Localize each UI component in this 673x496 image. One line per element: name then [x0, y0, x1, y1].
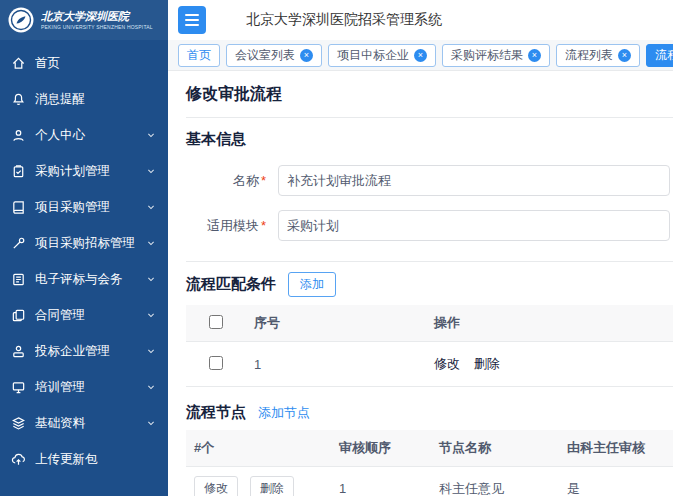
name-label: 名称* [186, 172, 266, 190]
column-header-dept-head: 由科主任审核 [559, 430, 673, 467]
add-node-link[interactable]: 添加节点 [258, 404, 310, 422]
open-tabs-bar: 首页 会议室列表 × 项目中标企业 × 采购评标结果 × 流程列表 × 流程 × [168, 40, 673, 71]
sidebar-nav: 首页 消息提醒 个人中心 采购计划管理 项目采购管理 [0, 40, 168, 477]
table-header-row: #个 审核顺序 节点名称 由科主任审核 [186, 430, 673, 467]
edit-button[interactable]: 修改 [194, 476, 238, 496]
menu-toggle-button[interactable] [178, 6, 206, 34]
column-header-order: 审核顺序 [331, 430, 431, 467]
training-icon [11, 380, 26, 395]
page-content: 修改审批流程 基本信息 名称* 适用模块* 流程匹配条件 添加 [168, 71, 673, 496]
column-header-op: #个 [186, 430, 331, 467]
tab-winning-enterprise[interactable]: 项目中标企业 × [328, 44, 436, 67]
page-title: 修改审批流程 [186, 71, 673, 117]
sidebar: 北京大学深圳医院 PEKING UNIVERSITY SHENZHEN HOSP… [0, 0, 168, 496]
hospital-name-en: PEKING UNIVERSITY SHENZHEN HOSPITAL [41, 24, 153, 30]
chevron-down-icon [145, 165, 157, 177]
table-row: 1 修改 删除 [186, 342, 673, 387]
action-cell: 修改 删除 [426, 342, 673, 387]
match-conditions-table: 序号 操作 1 修改 删除 [186, 305, 673, 387]
app-title: 北京大学深圳医院招采管理系统 [246, 11, 442, 29]
sidebar-item-home[interactable]: 首页 [0, 45, 168, 81]
column-header-action: 操作 [426, 305, 673, 342]
enterprise-icon [11, 344, 26, 359]
wrench-icon [11, 236, 26, 251]
table-header-row: 序号 操作 [186, 305, 673, 342]
delete-link[interactable]: 删除 [474, 356, 500, 371]
chevron-down-icon [145, 129, 157, 141]
module-input[interactable] [278, 210, 670, 241]
cloud-upload-icon [11, 452, 26, 467]
close-icon[interactable]: × [528, 49, 541, 62]
form-row-name: 名称* [186, 165, 673, 196]
required-marker: * [261, 173, 266, 188]
book-icon [11, 200, 26, 215]
section-title-process-nodes: 流程节点 [186, 403, 246, 422]
column-header-name: 节点名称 [431, 430, 559, 467]
section-title-match-conditions: 流程匹配条件 [186, 275, 276, 294]
seq-cell: 1 [246, 342, 426, 387]
select-all-checkbox[interactable] [209, 315, 223, 329]
sidebar-item-project-procurement[interactable]: 项目采购管理 [0, 189, 168, 225]
table-row: 修改 删除 1 科主任意见 是 [186, 467, 673, 496]
row-checkbox[interactable] [209, 356, 223, 370]
chevron-down-icon [145, 237, 157, 249]
tab-process-list[interactable]: 流程列表 × [556, 44, 640, 67]
app-window: 北京大学深圳医院 PEKING UNIVERSITY SHENZHEN HOSP… [0, 0, 673, 496]
chevron-down-icon [145, 273, 157, 285]
order-cell: 1 [331, 467, 431, 496]
sidebar-item-bidder-enterprise[interactable]: 投标企业管理 [0, 333, 168, 369]
column-header-seq: 序号 [246, 305, 426, 342]
chevron-down-icon [145, 417, 157, 429]
close-icon[interactable]: × [618, 49, 631, 62]
sidebar-item-basic-data[interactable]: 基础资料 [0, 405, 168, 441]
required-marker: * [261, 218, 266, 233]
chevron-down-icon [145, 201, 157, 213]
name-input[interactable] [278, 165, 670, 196]
process-nodes-table: #个 审核顺序 节点名称 由科主任审核 修改 删除 1 科主任意见 [186, 430, 673, 496]
dept-head-cell: 是 [559, 467, 673, 496]
match-conditions-header: 流程匹配条件 添加 [186, 262, 673, 305]
chevron-down-icon [145, 381, 157, 393]
clipboard-icon [11, 164, 26, 179]
layers-icon [11, 416, 26, 431]
sidebar-item-messages[interactable]: 消息提醒 [0, 81, 168, 117]
close-icon[interactable]: × [414, 49, 427, 62]
sidebar-item-upload-package[interactable]: 上传更新包 [0, 441, 168, 477]
sidebar-item-ebid-conference[interactable]: 电子评标与会务 [0, 261, 168, 297]
home-icon [11, 56, 26, 71]
hospital-logo: 北京大学深圳医院 PEKING UNIVERSITY SHENZHEN HOSP… [0, 0, 168, 40]
sidebar-item-training-management[interactable]: 培训管理 [0, 369, 168, 405]
edit-link[interactable]: 修改 [434, 356, 460, 371]
document-icon [11, 272, 26, 287]
process-nodes-header: 流程节点 添加节点 [186, 393, 673, 430]
sidebar-item-personal-center[interactable]: 个人中心 [0, 117, 168, 153]
tab-home[interactable]: 首页 [178, 44, 220, 67]
topbar: 北京大学深圳医院招采管理系统 [168, 0, 673, 40]
close-icon[interactable]: × [300, 49, 313, 62]
add-condition-button[interactable]: 添加 [288, 272, 336, 297]
section-title-basic-info: 基本信息 [186, 118, 673, 157]
tab-meeting-room-list[interactable]: 会议室列表 × [226, 44, 322, 67]
user-icon [11, 128, 26, 143]
chevron-down-icon [145, 309, 157, 321]
contract-icon [11, 308, 26, 323]
sidebar-item-contract-management[interactable]: 合同管理 [0, 297, 168, 333]
sidebar-item-procurement-plan[interactable]: 采购计划管理 [0, 153, 168, 189]
op-cell: 修改 删除 [186, 467, 331, 496]
node-name-cell: 科主任意见 [431, 467, 559, 496]
tab-process[interactable]: 流程 × [646, 44, 673, 67]
hospital-name-zh: 北京大学深圳医院 [41, 10, 153, 24]
form-row-module: 适用模块* [186, 210, 673, 241]
module-label: 适用模块* [186, 217, 266, 235]
tab-evaluation-result[interactable]: 采购评标结果 × [442, 44, 550, 67]
chevron-down-icon [145, 345, 157, 357]
sidebar-item-bidding-management[interactable]: 项目采购招标管理 [0, 225, 168, 261]
hospital-emblem-icon [7, 6, 35, 34]
bell-icon [11, 92, 26, 107]
delete-button[interactable]: 删除 [250, 476, 294, 496]
main-area: 北京大学深圳医院招采管理系统 首页 会议室列表 × 项目中标企业 × 采购评标结… [168, 0, 673, 496]
